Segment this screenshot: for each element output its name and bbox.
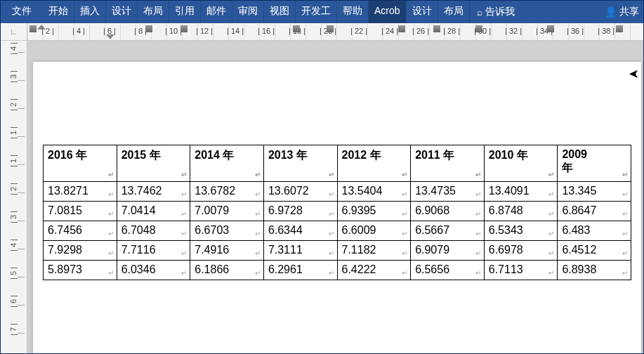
tab-help[interactable]: 帮助 [337,1,369,23]
table-cell[interactable]: 7.0079↵ [190,202,264,221]
paragraph-mark-icon: ↵ [475,210,481,218]
table-cell[interactable]: 7.0414↵ [117,202,190,221]
table-cell[interactable]: 7.4916↵ [190,241,264,261]
table-cell[interactable]: 13.4091↵ [484,182,558,202]
ruler-number: | 6 | [103,27,116,35]
table-cell[interactable]: 13.6782↵ [190,182,264,202]
tab-stop-icon[interactable] [398,25,407,34]
table-cell[interactable]: 7.3111↵ [263,241,337,261]
tab-stop-icon[interactable] [145,25,154,34]
table-cell[interactable]: 13.345↵ [558,182,631,202]
tab-stop-icon[interactable] [433,25,442,34]
table-cell[interactable]: 6.9079↵ [411,241,485,261]
ruler-corner[interactable]: ∟ [1,23,27,40]
tab-references[interactable]: 引用 [169,1,201,23]
tab-stop-icon[interactable] [327,25,335,34]
paragraph-mark-icon: ↵ [475,249,481,257]
table-cell[interactable]: 6.9068↵ [411,202,485,221]
header-text: 2015 年 [121,149,161,161]
table-cell[interactable]: 13.4735↵ [411,182,485,202]
share-button[interactable]: 👤 共享 [598,1,643,23]
tell-me[interactable]: ⌕ 告诉我 [470,1,522,23]
table-cell[interactable]: 6.8938↵ [558,261,631,280]
table-cell[interactable]: 6.4222↵ [337,261,411,280]
table-header-cell[interactable]: 2010 年↵ [484,145,558,182]
table-header-cell[interactable]: 2013 年↵ [263,145,337,182]
cell-value: 6.6344 [268,224,303,236]
tab-stop-icon[interactable] [616,25,624,34]
table-cell[interactable]: 13.8271↵ [44,182,117,202]
table-cell[interactable]: 6.5343↵ [484,221,558,241]
table-cell[interactable]: 6.6344↵ [263,221,337,241]
header-text: 2009年 [562,148,587,173]
table-cell[interactable]: 6.4512↵ [558,241,631,261]
tab-developer[interactable]: 开发工 [296,1,337,23]
ruler-number: | 4 | [72,27,85,35]
tab-stop-icon[interactable] [29,25,38,34]
vruler-number: | 4 | [9,239,18,251]
table-header-cell[interactable]: 2015 年↵ [117,145,190,182]
table-cell[interactable]: 6.6978↵ [484,241,558,261]
document-area[interactable]: ➤ 2016 年↵2015 年↵2014 年↵2013 年↵2012 年↵201… [27,41,643,353]
table-cell[interactable]: 6.9728↵ [263,202,337,221]
tab-table-design[interactable]: 设计 [407,1,438,23]
tab-insert[interactable]: 插入 [74,1,106,23]
paragraph-mark-icon: ↵ [255,190,261,198]
table-row: 7.9298↵7.7116↵7.4916↵7.3111↵7.1182↵6.907… [44,241,631,261]
table-header-cell[interactable]: 2011 年↵ [411,145,485,182]
horizontal-ruler[interactable]: | 2 || 4 || 6 || 8 || 10 || 12 || 14 || … [27,23,643,40]
paragraph-mark-icon: ↵ [548,230,554,237]
table-cell[interactable]: 5.8973↵ [44,261,117,280]
tab-design[interactable]: 设计 [106,1,138,23]
table-cell[interactable]: 7.1182↵ [337,241,411,261]
cell-value: 13.345 [562,185,596,197]
table-cell[interactable]: 6.8647↵ [558,202,631,221]
tab-mailings[interactable]: 邮件 [201,1,232,23]
table-cell[interactable]: 6.2961↵ [263,261,337,280]
tab-acrobat[interactable]: Acrob [369,1,407,23]
data-table[interactable]: 2016 年↵2015 年↵2014 年↵2013 年↵2012 年↵2011 … [43,145,631,280]
table-cell[interactable]: 6.6009↵ [337,221,411,241]
table-cell[interactable]: 6.0346↵ [117,261,190,280]
person-icon: 👤 [605,6,617,18]
table-cell[interactable]: 6.9395↵ [337,202,411,221]
table-header-cell[interactable]: 2014 年↵ [190,145,264,182]
tab-stop-icon[interactable] [293,25,301,34]
paragraph-mark-icon: ↵ [548,190,554,198]
tab-stop-icon[interactable] [180,25,189,34]
tab-stop-icon[interactable] [475,25,484,34]
tab-file[interactable]: 文件 [1,1,43,23]
table-cell[interactable]: 7.0815↵ [44,202,117,221]
table-cell[interactable]: 6.8748↵ [484,202,558,221]
cell-value: 6.9068 [415,204,449,216]
table-cell[interactable]: 6.7456↵ [44,221,117,241]
tab-review[interactable]: 审阅 [232,1,264,23]
vertical-ruler[interactable]: | 4 || 3 || 2 || 1 || 1 || 2 || 3 || 4 |… [1,41,27,353]
table-cell[interactable]: 13.5404↵ [337,182,411,202]
table-cell[interactable]: 6.483↵ [558,221,631,241]
table-cell[interactable]: 6.1866↵ [190,261,264,280]
table-cell[interactable]: 6.6703↵ [190,221,264,241]
table-cell[interactable]: 6.7113↵ [484,261,558,280]
table-cell[interactable]: 6.5667↵ [411,221,485,241]
tab-home[interactable]: 开始 [43,1,74,23]
table-header-cell[interactable]: 2016 年↵ [44,145,117,182]
tab-layout[interactable]: 布局 [138,1,169,23]
vruler-number: | 5 | [9,267,18,280]
table-cell[interactable]: 6.5656↵ [411,261,485,280]
hanging-indent-marker-icon[interactable] [106,34,114,39]
table-cell[interactable]: 7.9298↵ [44,241,117,261]
header-text: 2016 年 [48,149,87,161]
table-header-cell[interactable]: 2009年↵ [558,145,631,182]
tab-view[interactable]: 视图 [264,1,296,23]
table-cell[interactable]: 13.6072↵ [263,182,337,202]
vruler-number: | 2 | [9,183,18,195]
vruler-number: | 7 | [9,323,18,336]
table-cell[interactable]: 13.7462↵ [117,182,190,202]
table-cell[interactable]: 6.7048↵ [117,221,190,241]
tab-stop-icon[interactable] [547,25,556,34]
table-cell[interactable]: 7.7116↵ [117,241,190,261]
table-header-cell[interactable]: 2012 年↵ [337,145,411,182]
header-text: 2013 年 [268,149,308,161]
tab-table-layout[interactable]: 布局 [438,1,470,23]
